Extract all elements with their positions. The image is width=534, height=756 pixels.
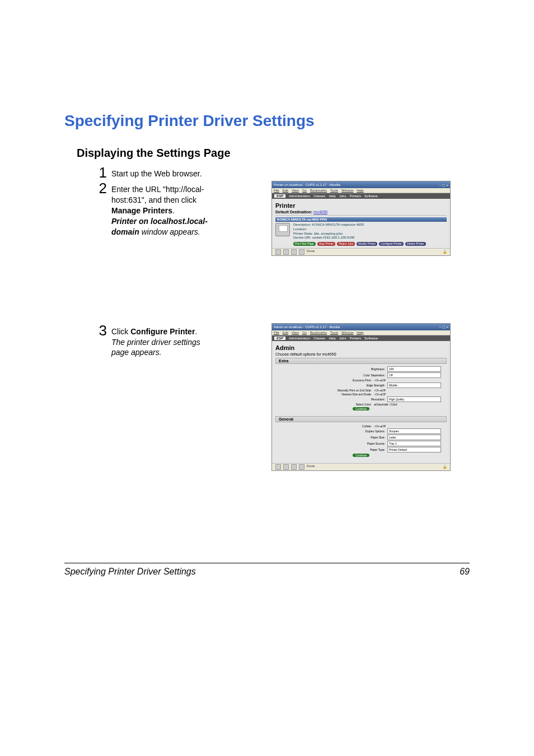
section-title: Displaying the Settings Page: [77, 147, 470, 160]
configure-printer-button[interactable]: Configure Printer: [379, 242, 404, 246]
footer-text: Specifying Printer Driver Settings: [64, 567, 196, 577]
step-2-text: Enter the URL "http://local- host:631", …: [111, 181, 257, 237]
esp-logo: ESP: [274, 337, 285, 340]
paper-type-select[interactable]: Printer Default: [387, 447, 441, 452]
step-1-text: Start up the Web browser.: [111, 165, 257, 179]
browser-menubar: FileEditViewGoBookmarksToolsWindowHelp: [272, 330, 450, 335]
security-icon: 🔓: [443, 250, 447, 254]
page-number: 69: [460, 567, 470, 577]
nearest-size-scale-radio[interactable]: ○On ●Off: [374, 393, 441, 396]
admin-heading: Admin: [275, 344, 447, 351]
step-3-text: Click Configure Printer. The printer dri…: [111, 323, 257, 358]
default-destination: Default Destination: mc4650: [275, 210, 447, 214]
economy-print-radio[interactable]: ○On ●Off: [374, 379, 441, 382]
window-titlebar: Admin on localhost - CUPS v1.1.17 - Mozi…: [272, 324, 450, 330]
esp-logo: ESP: [274, 194, 285, 198]
extra-form: Brightness:100 Color Separation:Off Econ…: [275, 364, 447, 414]
delete-printer-button[interactable]: Delete Printer: [405, 242, 426, 246]
screenshot-printer-page: Printer on localhost - CUPS v1.1.17 - Mo…: [271, 181, 451, 256]
step-3-number: 3: [92, 323, 107, 338]
manual-2nd-side-radio[interactable]: ○On ●Off: [374, 389, 441, 392]
browser-statusbar: Done 🔓: [272, 248, 450, 255]
screenshot-admin-page: Admin on localhost - CUPS v1.1.17 - Mozi…: [271, 323, 451, 471]
paper-size-select[interactable]: Letter: [387, 435, 441, 440]
cups-navbar: ESP Administration Classes Help Jobs Pri…: [272, 335, 450, 341]
step-1-number: 1: [92, 165, 107, 180]
general-continue-button[interactable]: Continue: [353, 454, 369, 457]
color-separation-select[interactable]: Off: [387, 372, 441, 378]
admin-subheading: Choose default options for mc4650: [275, 352, 447, 356]
modify-printer-button[interactable]: Modify Printer: [357, 242, 377, 246]
select-color-radio[interactable]: ●Grayscale ○Color: [374, 403, 441, 406]
cups-navbar: ESP Administration Classes Help Jobs Pri…: [272, 193, 450, 199]
printer-name-bar: KONICA MINOLTA mc4650 PPD: [275, 217, 447, 222]
general-form: Collate:○On ●Off Duplex Options:Simplex …: [275, 422, 447, 461]
printer-heading: Printer: [275, 202, 447, 209]
brightness-select[interactable]: 100: [387, 366, 441, 372]
general-section-bar: General: [275, 416, 447, 422]
print-test-page-button[interactable]: Print Test Page: [293, 242, 316, 246]
extra-section-bar: Extra: [275, 358, 447, 364]
duplex-options-select[interactable]: Simplex: [387, 428, 441, 434]
edge-strength-select[interactable]: Middle: [387, 382, 441, 388]
reject-jobs-button[interactable]: Reject Jobs: [337, 242, 355, 246]
window-controls: – ▢ ×: [439, 325, 448, 329]
resolution-select[interactable]: High Quality: [387, 396, 441, 402]
step-2: 2 Enter the URL "http://local- host:631"…: [92, 181, 260, 237]
stop-printer-button[interactable]: Stop Printer: [317, 242, 335, 246]
browser-menubar: FileEditViewGoBookmarksToolsWindowHelp: [272, 188, 450, 193]
collate-radio[interactable]: ○On ●Off: [374, 424, 441, 428]
window-titlebar: Printer on localhost - CUPS v1.1.17 - Mo…: [272, 181, 450, 188]
paper-source-select[interactable]: Tray 1: [387, 441, 441, 446]
window-controls: – ▢ ×: [439, 183, 448, 187]
step-2-number: 2: [92, 181, 107, 195]
page-title: Specifying Printer Driver Settings: [64, 112, 470, 130]
step-3: 3 Click Configure Printer. The printer d…: [92, 323, 260, 358]
extra-continue-button[interactable]: Continue: [353, 407, 369, 410]
security-icon: 🔓: [443, 465, 447, 469]
printer-meta: Description: KONICA MINOLTA magicolor 46…: [293, 223, 426, 246]
step-1: 1 Start up the Web browser.: [92, 165, 451, 180]
browser-statusbar: Done 🔓: [272, 463, 450, 470]
printer-icon: [275, 223, 290, 236]
